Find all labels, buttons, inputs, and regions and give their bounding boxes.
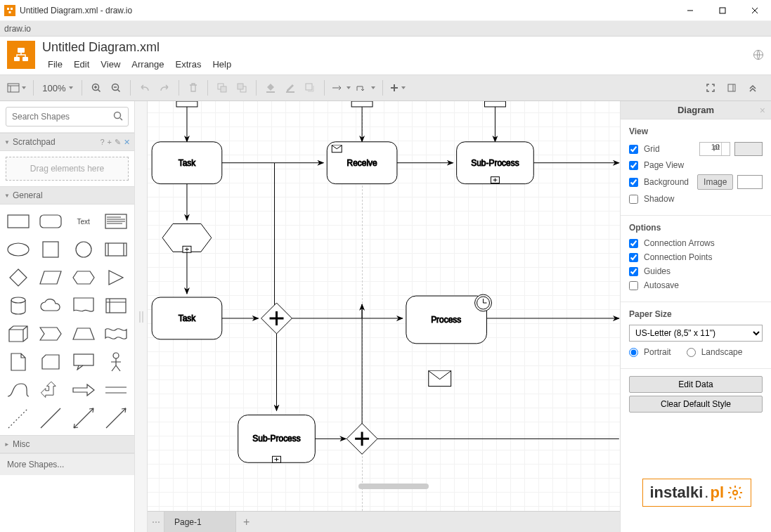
tab-page-1[interactable]: Page-1 <box>164 512 236 532</box>
paper-size-select[interactable]: US-Letter (8,5" x 11") <box>629 325 763 342</box>
shape-document[interactable] <box>68 293 99 318</box>
fill-color-icon[interactable] <box>261 78 280 98</box>
shape-line[interactable] <box>35 406 66 431</box>
add-icon[interactable]: + <box>108 138 112 147</box>
shape-cloud[interactable] <box>35 293 66 318</box>
splitter[interactable] <box>135 101 148 532</box>
menu-help[interactable]: Help <box>207 56 237 72</box>
fullscreen-icon[interactable] <box>701 78 720 98</box>
canvas-area: Task Receive Sub-Process <box>148 101 620 532</box>
portrait-radio[interactable] <box>629 348 638 357</box>
zoom-level[interactable]: 100% <box>38 83 77 93</box>
background-checkbox[interactable] <box>629 178 638 187</box>
edit-icon[interactable]: ✎ <box>115 138 121 147</box>
search-shapes-input[interactable] <box>6 107 129 126</box>
shape-ellipse[interactable] <box>3 237 34 262</box>
grid-checkbox[interactable] <box>629 145 638 154</box>
minimize-button[interactable] <box>674 0 706 21</box>
shape-square[interactable] <box>35 237 66 262</box>
shape-note[interactable] <box>3 349 34 375</box>
view-dropdown[interactable] <box>4 78 29 98</box>
menu-view[interactable]: View <box>95 56 126 72</box>
shape-cylinder[interactable] <box>3 293 34 318</box>
insert-menu[interactable] <box>387 78 408 98</box>
general-header[interactable]: ▼General <box>0 186 134 205</box>
waypoint-style[interactable] <box>354 78 378 98</box>
shape-internal-storage[interactable] <box>101 293 131 318</box>
clear-style-button[interactable]: Clear Default Style <box>629 396 763 413</box>
shape-parallelogram[interactable] <box>35 265 66 290</box>
menu-edit[interactable]: Edit <box>68 56 95 72</box>
redo-icon[interactable] <box>155 78 174 98</box>
scratchpad-header[interactable]: ▼Scratchpad ?+✎✕ <box>0 133 134 151</box>
line-color-icon[interactable] <box>280 78 300 98</box>
maximize-button[interactable] <box>706 0 739 21</box>
delete-icon[interactable] <box>183 78 203 98</box>
zoom-out-icon[interactable] <box>106 78 126 98</box>
shape-text[interactable]: Text <box>68 209 99 234</box>
search-icon[interactable] <box>113 111 123 123</box>
close-button[interactable] <box>739 0 771 21</box>
document-title[interactable]: Untitled Diagram.xml <box>42 39 237 55</box>
to-back-icon[interactable] <box>232 78 252 98</box>
panel-close-icon[interactable]: × <box>760 105 765 116</box>
horizontal-scrollbar[interactable] <box>358 484 429 489</box>
close-icon[interactable]: ✕ <box>124 138 130 147</box>
landscape-radio[interactable] <box>687 348 696 357</box>
shadow-icon[interactable] <box>300 78 320 98</box>
shape-callout[interactable] <box>68 349 99 375</box>
shape-rounded-rect[interactable] <box>35 209 66 234</box>
conn-points-checkbox[interactable] <box>629 253 638 262</box>
edit-data-button[interactable]: Edit Data <box>629 376 763 393</box>
background-image-button[interactable]: Image <box>697 174 733 190</box>
shape-tape[interactable] <box>101 321 131 346</box>
guides-checkbox[interactable] <box>629 267 638 276</box>
shape-textbox[interactable] <box>101 209 131 234</box>
shape-link[interactable] <box>101 377 131 403</box>
to-front-icon[interactable] <box>212 78 232 98</box>
scratchpad-dropzone[interactable]: Drag elements here <box>6 157 129 181</box>
shape-curve[interactable] <box>3 377 34 403</box>
svg-point-20 <box>8 243 29 256</box>
shape-cube[interactable] <box>3 321 34 346</box>
shape-bidir-arrow[interactable] <box>35 377 66 403</box>
shape-dashed-line[interactable] <box>3 406 34 431</box>
more-shapes-button[interactable]: More Shapes... <box>0 453 134 475</box>
diagram-canvas[interactable]: Task Receive Sub-Process <box>148 101 620 511</box>
menu-arrange[interactable]: Arrange <box>126 56 169 72</box>
undo-icon[interactable] <box>135 78 155 98</box>
shape-card[interactable] <box>35 349 66 375</box>
shape-triangle[interactable] <box>101 265 131 290</box>
gear-icon <box>727 484 744 501</box>
shape-actor[interactable] <box>101 349 131 375</box>
shape-rectangle[interactable] <box>3 209 34 234</box>
grid-size-input[interactable]: 10 pt <box>699 142 730 156</box>
help-icon[interactable]: ? <box>100 138 104 147</box>
shadow-checkbox[interactable] <box>629 195 638 204</box>
tabs-menu-icon[interactable]: ⋯ <box>148 512 164 532</box>
misc-header[interactable]: ▼Misc <box>0 435 134 453</box>
format-panel-icon[interactable] <box>722 78 741 98</box>
background-color-swatch[interactable] <box>737 175 763 189</box>
shape-arrow[interactable] <box>68 377 99 403</box>
zoom-in-icon[interactable] <box>86 78 106 98</box>
collapse-icon[interactable] <box>743 78 763 98</box>
shape-trapezoid[interactable] <box>68 321 99 346</box>
conn-arrows-checkbox[interactable] <box>629 239 638 248</box>
shape-circle[interactable] <box>68 237 99 262</box>
pageview-checkbox[interactable] <box>629 161 638 170</box>
menu-extras[interactable]: Extras <box>170 56 207 72</box>
shape-diamond[interactable] <box>3 265 34 290</box>
menu-file[interactable]: File <box>42 56 68 72</box>
shape-hexagon[interactable] <box>68 265 99 290</box>
shape-bidir-connector[interactable] <box>68 406 99 431</box>
shape-dir-connector[interactable] <box>101 406 131 431</box>
grid-color-swatch[interactable] <box>734 142 763 156</box>
globe-icon[interactable] <box>753 49 764 63</box>
autosave-checkbox[interactable] <box>629 281 638 290</box>
shape-step[interactable] <box>35 321 66 346</box>
view-heading: View <box>629 126 763 136</box>
add-page-button[interactable]: + <box>236 512 257 533</box>
connection-style[interactable] <box>329 78 354 98</box>
shape-process[interactable] <box>101 237 131 262</box>
